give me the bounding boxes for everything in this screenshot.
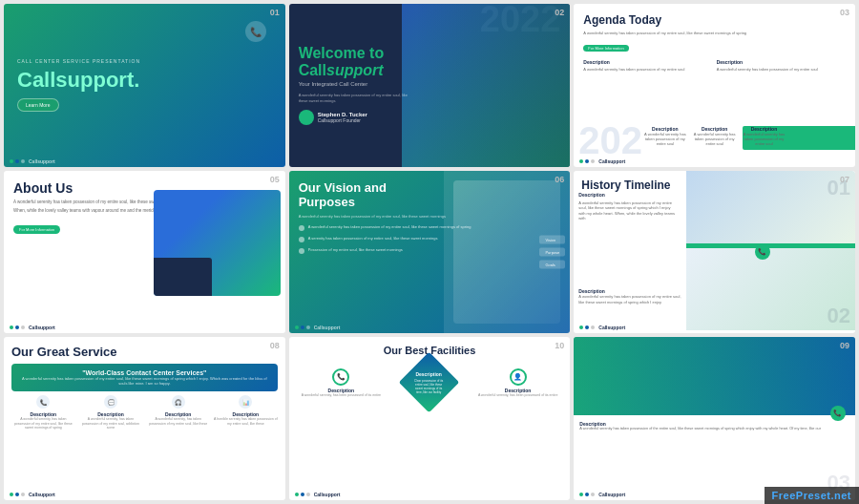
brand-4: Callsupport [29,325,55,330]
slide-5-number: 06 [555,175,564,184]
item-2-label: Description [717,59,846,65]
slide-4: 05 About Us A wonderful serenity has tak… [4,171,285,334]
slide-9-desc-text: A wonderful serenity has taken possessio… [579,427,849,431]
dot-l8 [306,493,310,496]
point-dot-2 [299,237,304,242]
slide-3-title: Agenda Today [583,13,846,27]
watermark-text: FreePreset [772,490,831,501]
dot-b [585,159,589,163]
svc-4: 📊 Description A horrible serenity has ta… [214,395,278,430]
slide-8-content: Our Best Facilities 📞 Description A wond… [289,337,571,411]
slide-1: 01 📞 CALL CENTER SERVICE PRESENTATION Ca… [4,4,285,167]
slide-4-number: 05 [270,175,280,184]
banner-sub: A wonderful serenity has taken possessio… [19,376,270,386]
bd-2: Description A wonderful serenity has tak… [694,126,736,146]
dot-g [579,159,583,163]
slide-7-number: 08 [270,341,280,350]
slide-2-content: Welcome to Callsupport Your Integrated C… [289,4,424,167]
slide-7-content: Our Great Service "World-Class Contact C… [4,337,285,438]
slide-2-brand2: support [326,62,384,78]
svc-4-text: A horrible serenity has taken possession… [214,417,278,426]
left-icon: 📞 [332,368,349,386]
slide-1-bottom: Callsupport [4,156,285,167]
slide-5-title: Our Vision and Purposes [299,180,443,210]
slide-5-bottom: Callsupport [289,322,571,333]
slide-2-number: 02 [555,8,564,17]
learn-more-button[interactable]: Learn More [17,98,59,112]
phone-icon: 📞 [245,21,266,42]
slide-2-desc: A wonderful serenity has taken possessio… [299,93,414,104]
slide-3: 03 Agenda Today A wonderful serenity has… [574,4,855,167]
slide-7-banner: "World-Class Contact Center Services" A … [11,364,278,391]
teal-icon: 📞 [755,244,770,260]
svc-3-icon: 🎧 [172,395,185,409]
slide-3-more[interactable]: For More Information [583,45,628,52]
diamond-inner: Description Clear possession of its enti… [412,371,446,394]
diamond-sub: Clear possession of its entire soul, lik… [412,379,446,394]
slide-6-number: 07 [840,175,849,184]
title-main: support [55,68,134,92]
desc1-text: A wonderful serenity has taken possessio… [578,294,685,304]
slide-9: 09 📞 Description A wonderful serenity ha… [574,337,855,500]
slide-6-timeline: 01 02 📞 [686,171,855,334]
dot-g5 [295,326,299,329]
svc-1-icon: 📞 [36,395,50,409]
dot-b9 [585,493,589,496]
slide-2-brand: Call [299,62,326,78]
presenter-info: Stephen D. Tucker Callsupport Founder [318,112,367,123]
brand-5: Callsupport [314,325,341,330]
svc-3-text: A wonderful serenity, has taken possessi… [146,417,210,426]
li-2: Purpose [539,247,565,256]
dot-l5 [306,326,310,329]
svc-4-icon: 📊 [239,395,252,409]
point-dot-3 [299,248,304,254]
presenter-avatar [299,110,314,125]
dot-b6 [585,326,589,329]
svc-3: 🎧 Description A wonderful serenity, has … [146,395,210,430]
slide-3-bottom-items: Description A wonderful serenity has tak… [644,126,785,146]
slide-1-content: CALL CENTER SERVICE PRESENTATION Callsup… [4,4,285,167]
dot-b8 [301,493,304,496]
brand-label: Callsupport [29,158,55,164]
dot-l7 [21,493,25,496]
banner-title: "World-Class Contact Center Services" [19,369,270,376]
slide-8-right: 👤 Description A wonderful serenity, has … [478,368,557,397]
presenter-role: Callsupport Founder [318,117,367,123]
slide-6-bottom: Callsupport [574,322,855,333]
slide-8-diamond-container: 📞 Description A wonderful serenity, has … [297,361,563,404]
svc-1-text: A wonderful serenity, has taken possessi… [11,417,75,430]
slide-6-desc: Description A wonderful serenity has tak… [578,288,685,304]
slide-1-subtitle: CALL CENTER SERVICE PRESENTATION [17,58,272,64]
dot-l [591,159,595,163]
slide-8: 10 Our Best Facilities 📞 Description A w… [289,337,571,500]
left-text: A wonderful serenity, has been possessed… [302,393,381,397]
slide-2-welcome: Welcome to Callsupport [299,45,414,78]
item-1-text: A wonderful serenity has taken possessio… [583,67,684,72]
li-3: Goals [539,260,565,268]
slide-3-item-1: Description A wonderful serenity has tak… [583,59,712,72]
slide-9-number: 09 [840,341,849,350]
slide-3-item-2: Description A wonderful serenity has tak… [717,59,846,72]
desc-top-text: A wonderful serenity has taken possessio… [578,200,675,221]
watermark-suffix: .net [830,490,851,501]
dot-g7 [10,493,13,496]
li-1: Vision [539,235,565,243]
slide-4-bottom: Callsupport [4,322,285,333]
slide-4-more[interactable]: For More Information [13,225,60,234]
brand-3: Callsupport [598,158,625,164]
dot-g4 [10,326,13,329]
slide-8-bottom: Callsupport [289,489,571,500]
svc-1: 📞 Description A wonderful serenity, has … [11,395,75,430]
dot-b4 [15,326,19,329]
slide-3-desc: A wonderful serenity has taken possessio… [583,31,846,36]
slide-5-list: Vision Purpose Goals [539,235,565,268]
item-2-text: A wonderful serenity has taken possessio… [717,67,818,72]
dot-l4 [21,326,25,329]
slide-8-left: 📞 Description A wonderful serenity, has … [302,368,381,397]
point-dot-1 [299,225,304,231]
title-pre: Call [17,68,55,92]
watermark: FreePreset.net [765,487,859,504]
dot-3 [21,159,25,163]
point-text-3: Possession of my entire soul, like these… [308,247,403,252]
slide-1-title: Callsupport. [17,70,272,91]
